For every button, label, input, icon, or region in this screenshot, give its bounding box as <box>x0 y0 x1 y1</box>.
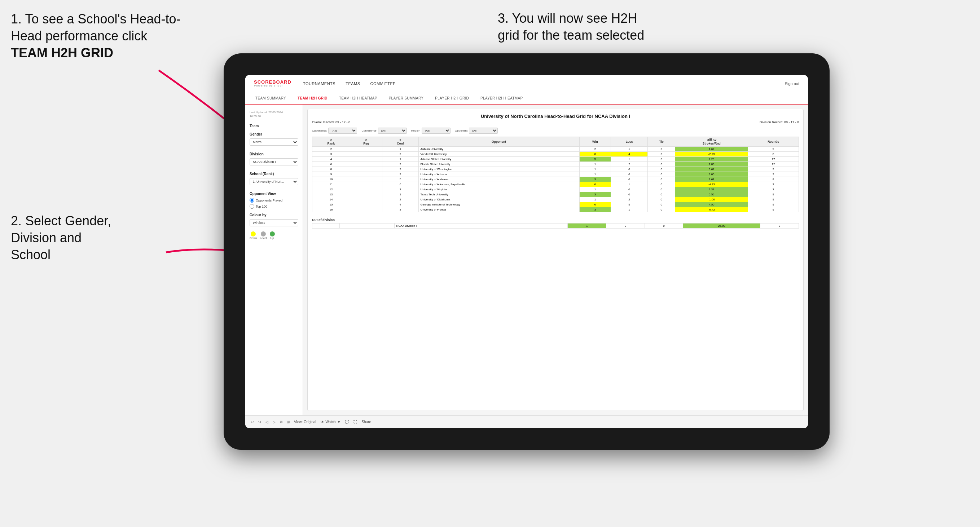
table-row: 15 4 Georgia Institute of Technology 0 5… <box>312 202 799 207</box>
filter-region-label: Region <box>411 129 420 132</box>
col-tie: Tie <box>648 137 675 147</box>
nav-tournaments[interactable]: TOURNAMENTS <box>303 81 336 86</box>
tab-team-h2h-grid[interactable]: TEAM H2H GRID <box>296 92 329 105</box>
opponent-view-label: Opponent View <box>250 192 298 196</box>
grid-area: University of North Carolina Head-to-Hea… <box>307 109 803 411</box>
table-row: 11 6 University of Arkansas, Fayettevill… <box>312 182 799 187</box>
filter-conference: Conference (All) <box>361 128 407 134</box>
tablet: SCOREBOARD Powered by clippi TOURNAMENTS… <box>224 53 830 450</box>
color-legend: Down Level Up <box>250 232 298 240</box>
filter-region: Region (All) <box>411 128 450 134</box>
table-row: 16 3 University of Florida 3 1 0 -6.42 9 <box>312 207 799 212</box>
filter-conference-select[interactable]: (All) <box>378 128 407 134</box>
out-division-row: NCAA Division II 1 0 0 26.00 3 <box>312 224 799 229</box>
col-opponent: Opponent <box>418 137 579 147</box>
colour-by-select[interactable]: Win/loss <box>250 219 298 226</box>
filter-opponents-label: Opponents: <box>312 129 327 132</box>
filter-region-select[interactable]: (All) <box>422 128 450 134</box>
filter-opponents: Opponents: (All) <box>312 128 357 134</box>
table-row: 4 1 Arizona State University 5 1 0 2.29 … <box>312 157 799 162</box>
school-select[interactable]: 1. University of Nort... <box>250 178 298 185</box>
table-row: 2 1 Auburn University 2 1 0 1.67 9 <box>312 147 799 152</box>
tab-player-h2h-grid[interactable]: PLAYER H2H GRID <box>434 92 470 105</box>
present-btn[interactable]: ⛶ <box>353 420 357 424</box>
comments-btn[interactable]: 💬 <box>345 420 349 424</box>
col-win: Win <box>579 137 611 147</box>
table-row: 8 2 University of Washington 1 0 0 3.67 … <box>312 167 799 172</box>
nav-sign-out[interactable]: Sign out <box>785 81 799 86</box>
grid-btn[interactable]: ⊞ <box>287 420 290 424</box>
table-row: 13 1 Texas Tech University 3 0 0 5.56 9 <box>312 192 799 197</box>
col-reg: #Reg <box>350 137 382 147</box>
col-rounds: Rounds <box>748 137 799 147</box>
division-label: Division <box>250 152 298 156</box>
filter-opponents-select[interactable]: (All) <box>328 128 357 134</box>
table-row: 12 3 University of Virginia 1 0 0 2.33 3 <box>312 187 799 192</box>
tab-team-h2h-heatmap[interactable]: TEAM H2H HEATMAP <box>337 92 379 105</box>
out-of-division: Out of division NCAA Division II 1 0 0 2… <box>312 218 799 229</box>
undo-btn[interactable]: ↩ <box>251 420 254 424</box>
school-label: School (Rank) <box>250 172 298 176</box>
tab-team-summary[interactable]: TEAM SUMMARY <box>254 92 288 105</box>
nav-teams[interactable]: TEAMS <box>345 81 360 86</box>
col-loss: Loss <box>611 137 648 147</box>
table-row: 6 2 Florida State University 1 2 0 1.83 … <box>312 162 799 167</box>
table-row: 9 3 University of Arizona 1 0 0 9.00 2 <box>312 172 799 177</box>
filter-opponent-select[interactable]: (All) <box>469 128 498 134</box>
last-updated: Last Updated: 27/03/2024 16:55:38 <box>250 110 298 118</box>
division-select[interactable]: NCAA Division I NCAA Division II NCAA Di… <box>250 158 298 165</box>
gender-label: Gender <box>250 132 298 136</box>
table-row: 14 2 University of Oklahoma 1 2 0 -1.00 … <box>312 197 799 202</box>
filter-opponent-label: Opponent <box>455 129 468 132</box>
filter-conference-label: Conference <box>361 129 376 132</box>
opponent-view-radios: Opponents Played Top 100 <box>250 198 298 209</box>
grid-filters: Opponents: (All) Conference (All) Region <box>312 128 799 134</box>
h2h-table: #Rank #Reg #Conf Opponent Win Loss Tie D… <box>312 137 799 212</box>
nav-logo: SCOREBOARD Powered by clippi <box>254 80 291 87</box>
main-content: Last Updated: 27/03/2024 16:55:38 Team G… <box>245 105 808 415</box>
bottom-toolbar: ↩ ↪ ◁ ▷ ⧉ ⊞ View: Original 👁 Watch ▼ 💬 ⛶… <box>245 415 808 428</box>
view-btn[interactable]: View: Original <box>294 420 316 424</box>
back-btn[interactable]: ◁ <box>266 420 268 424</box>
nav-committee[interactable]: COMMITTEE <box>371 81 396 86</box>
tab-player-summary[interactable]: PLAYER SUMMARY <box>387 92 425 105</box>
filter-opponent: Opponent (All) <box>455 128 498 134</box>
grid-records: Overall Record: 89 - 17 - 0 Division Rec… <box>312 121 799 124</box>
copy-btn[interactable]: ⧉ <box>280 420 282 424</box>
nav-bar: SCOREBOARD Powered by clippi TOURNAMENTS… <box>245 75 808 92</box>
radio-top-100[interactable]: Top 100 <box>250 204 298 209</box>
gender-select[interactable]: Men's Women's <box>250 138 298 146</box>
out-of-division-table: NCAA Division II 1 0 0 26.00 3 <box>312 223 799 229</box>
team-label: Team <box>250 124 298 128</box>
nav-links: TOURNAMENTS TEAMS COMMITTEE <box>303 81 785 86</box>
division-record: Division Record: 88 - 17 - 0 <box>760 121 799 124</box>
forward-btn[interactable]: ▷ <box>273 420 275 424</box>
sidebar: Last Updated: 27/03/2024 16:55:38 Team G… <box>245 105 303 415</box>
annotation-top-right: 3. You will now see H2H grid for the tea… <box>498 10 644 44</box>
redo-btn[interactable]: ↪ <box>258 420 261 424</box>
col-rank: #Rank <box>312 137 350 147</box>
grid-title: University of North Carolina Head-to-Hea… <box>312 114 799 119</box>
colour-by-label: Colour by <box>250 213 298 217</box>
annotation-bottom-left: 2. Select Gender, Division and School <box>11 213 111 263</box>
watch-btn[interactable]: 👁 Watch ▼ <box>321 420 341 424</box>
annotation-top-left: 1. To see a School's Head-to-Head perfor… <box>11 11 184 61</box>
share-btn[interactable]: Share <box>361 420 371 424</box>
tab-player-h2h-heatmap[interactable]: PLAYER H2H HEATMAP <box>479 92 524 105</box>
table-row: 10 5 University of Alabama 3 0 0 2.61 8 <box>312 177 799 182</box>
col-diff: Diff AvStrokes/Rnd <box>675 137 748 147</box>
table-row: 3 2 Vanderbilt University 0 4 0 -2.29 8 <box>312 152 799 157</box>
overall-record: Overall Record: 89 - 17 - 0 <box>312 121 350 124</box>
out-of-division-label: Out of division <box>312 218 799 222</box>
sub-nav: TEAM SUMMARY TEAM H2H GRID TEAM H2H HEAT… <box>245 92 808 105</box>
tablet-screen: SCOREBOARD Powered by clippi TOURNAMENTS… <box>245 75 808 428</box>
radio-opponents-played[interactable]: Opponents Played <box>250 198 298 203</box>
col-conf: #Conf <box>382 137 418 147</box>
